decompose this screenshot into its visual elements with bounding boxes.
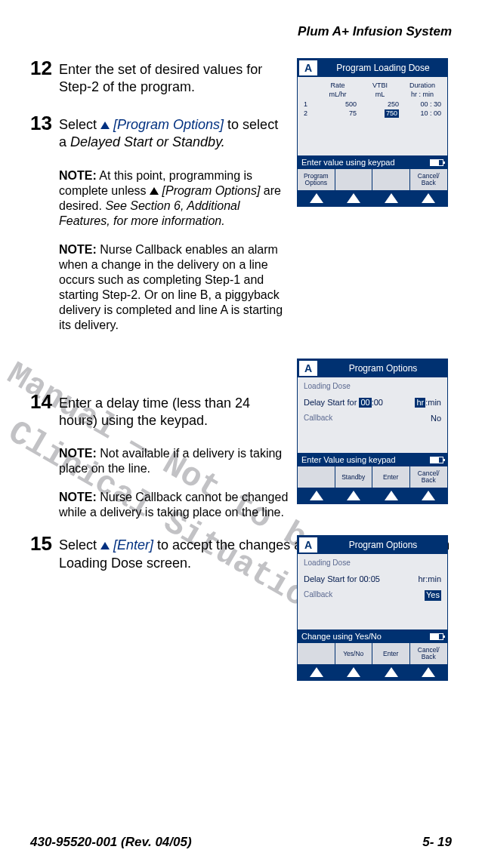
softkey-program-options[interactable]: ProgramOptions [298, 169, 335, 190]
status-text: Change using Yes/No [301, 632, 382, 641]
row-1-vtbi: 250 [361, 100, 399, 109]
step-number: 13 [30, 113, 59, 133]
battery-icon [430, 633, 443, 640]
row-2-num: 2 [304, 109, 314, 118]
col-duration: Duration [403, 82, 441, 90]
step-number: 15 [30, 534, 59, 553]
softkey-blank [298, 643, 335, 664]
arrow-softkey-3[interactable] [372, 491, 410, 500]
callback-label: Callback [304, 590, 332, 601]
col-vtbi: VTBI [361, 82, 399, 90]
row-2-vtbi-active: 750 [361, 109, 399, 118]
arrow-softkey-2[interactable] [335, 491, 373, 500]
arrow-softkey-2[interactable] [335, 667, 373, 677]
triangle-icon [100, 542, 110, 549]
subtitle: Loading Dose [304, 559, 441, 568]
softkey-cancel-back[interactable]: Cancel/Back [410, 169, 448, 190]
arrow-softkey-4[interactable] [410, 491, 448, 500]
softkey-enter[interactable]: Enter [372, 466, 410, 488]
channel-letter: A [299, 60, 317, 75]
footer-right: 5- 19 [422, 835, 452, 850]
unit-vtbi: mL [361, 91, 399, 99]
callback-label: Callback [304, 414, 332, 424]
step-number: 14 [30, 392, 59, 411]
col-rate: Rate [319, 82, 357, 90]
channel-letter: A [299, 537, 317, 553]
unit-rate: mL/hr [319, 91, 357, 99]
screen-title: Program Loading Dose [319, 59, 447, 77]
step-number: 12 [30, 58, 59, 78]
softkey-cancel-back[interactable]: Cancel/Back [410, 466, 448, 488]
row-1-dur: 00 : 30 [403, 100, 441, 109]
page-title: Plum A+ Infusion System [30, 24, 452, 39]
footer: 430-95520-001 (Rev. 04/05) 5- 19 [30, 835, 452, 850]
row-2-rate: 75 [319, 109, 357, 118]
callback-value: No [431, 414, 441, 424]
note: NOTE: Nurse Callback enables an alarm wh… [59, 242, 452, 333]
footer-left: 430-95520-001 (Rev. 04/05) [30, 835, 192, 850]
softkey-enter[interactable]: Enter [372, 643, 410, 664]
softkey-blank-2 [372, 169, 410, 190]
triangle-icon [150, 187, 159, 195]
softkey-standby[interactable]: Standby [335, 466, 373, 488]
status-text: Enter value using keypad [301, 158, 395, 167]
arrow-softkey-4[interactable] [410, 193, 448, 203]
status-text: Enter Value using keypad [301, 455, 396, 464]
callback-value: Yes [425, 590, 441, 601]
softkey-blank-1 [335, 169, 373, 190]
screen-program-options-2: A Program Options Loading Dose Delay Sta… [297, 535, 448, 681]
arrow-softkey-4[interactable] [410, 667, 448, 677]
delay-start-line: Delay Start for 00:00 hr:min [304, 398, 441, 408]
screen-title: Program Options [319, 359, 447, 377]
battery-icon [430, 159, 443, 166]
subtitle: Loading Dose [304, 382, 441, 392]
screen-loading-dose: A Program Loading Dose Rate VTBI Duratio… [297, 58, 448, 207]
arrow-softkey-1[interactable] [298, 667, 335, 677]
arrow-softkey-1[interactable] [298, 193, 335, 203]
arrow-softkey-2[interactable] [335, 193, 373, 203]
row-1-num: 1 [304, 100, 314, 109]
screen-program-options-1: A Program Options Loading Dose Delay Sta… [297, 359, 448, 504]
screen-title: Program Options [319, 536, 447, 554]
softkey-blank [298, 466, 335, 488]
arrow-softkey-3[interactable] [372, 193, 410, 203]
channel-letter: A [299, 361, 317, 376]
arrow-softkey-1[interactable] [298, 491, 335, 500]
battery-icon [430, 457, 443, 463]
row-1-rate: 500 [319, 100, 357, 109]
triangle-icon [100, 122, 110, 129]
softkey-cancel-back[interactable]: Cancel/Back [410, 643, 448, 664]
delay-start-line: Delay Start for 00:05 hr:min [304, 574, 441, 585]
unit-duration: hr : min [403, 91, 441, 99]
softkey-yes-no[interactable]: Yes/No [335, 643, 373, 664]
arrow-softkey-3[interactable] [372, 667, 410, 677]
row-2-dur: 10 : 00 [403, 109, 441, 118]
